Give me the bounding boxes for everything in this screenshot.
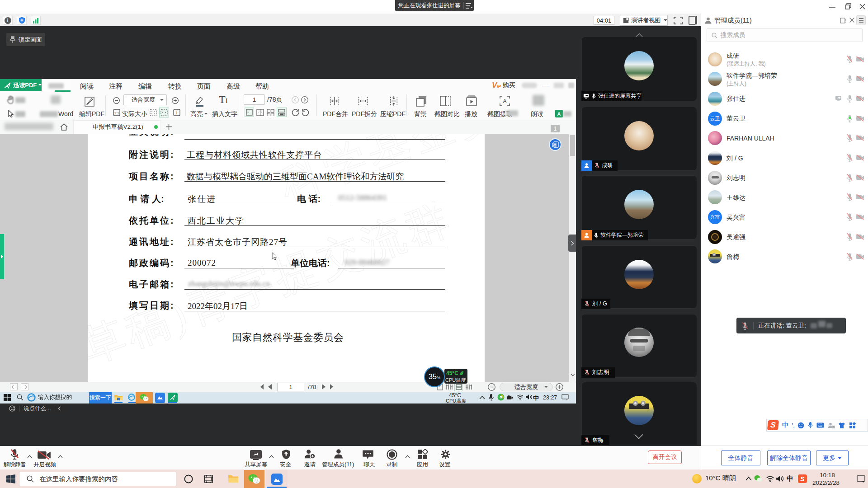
svg-text:13: 13 bbox=[832, 425, 835, 428]
svg-text:1:1: 1:1 bbox=[114, 111, 119, 115]
svg-text:T: T bbox=[175, 110, 178, 115]
svg-text:A: A bbox=[503, 98, 506, 104]
svg-text:W: W bbox=[552, 143, 556, 146]
